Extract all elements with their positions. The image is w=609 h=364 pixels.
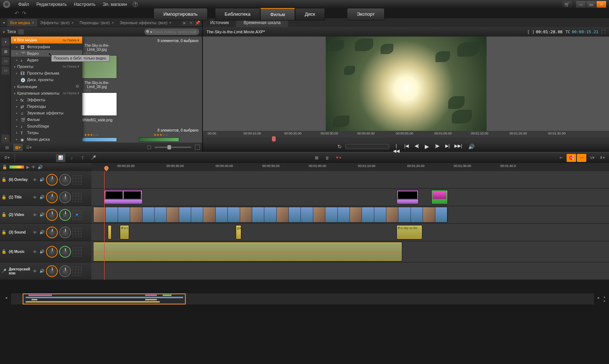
window-minimize-button[interactable]: —: [576, 1, 586, 8]
expand-icon[interactable]: ⛶: [601, 30, 605, 34]
pan-knob[interactable]: [59, 209, 71, 221]
nav-scroll-right[interactable]: ▸: [596, 295, 601, 303]
tab-disc[interactable]: Диск: [295, 8, 325, 20]
volume-knob[interactable]: [46, 209, 58, 221]
lib-tab-effects[interactable]: Эффекты: (все) ×: [37, 19, 77, 27]
pan-knob[interactable]: [59, 265, 71, 277]
redo-button[interactable]: ↷: [22, 10, 29, 17]
lock-icon[interactable]: 🔓: [1, 212, 7, 217]
tree-item-sound-fx[interactable]: ▸♫Звуковые эффекты: [11, 110, 82, 116]
tag-icon[interactable]: [18, 29, 24, 34]
search-icon[interactable]: 🔍▾: [146, 30, 152, 34]
tree-item-photos[interactable]: ▸🖼Фотографии: [11, 43, 82, 50]
close-icon[interactable]: ×: [111, 20, 114, 25]
lock-icon[interactable]: 🔓: [1, 177, 7, 182]
mic-icon[interactable]: 🎤: [1, 269, 7, 273]
insert-mode-button[interactable]: ⬇▾: [597, 154, 607, 162]
menu-setup[interactable]: Настроить: [70, 2, 99, 7]
eye-icon[interactable]: 👁: [33, 230, 38, 235]
tree-item-disc-projects[interactable]: 💿Диск. проекты: [11, 76, 82, 83]
viewer-ruler[interactable]: :00.0000:00:10.0000:00:20.0000:00:30.000…: [203, 131, 609, 137]
sidebar-filter-icon[interactable]: ▦: [1, 48, 10, 56]
mixer-button[interactable]: 📊: [56, 154, 65, 162]
marker-button[interactable]: ▼▾: [334, 154, 343, 162]
tree-header-all-media[interactable]: ▾ Все медиа по Папка ▾: [11, 37, 82, 43]
link-button[interactable]: 〰: [577, 154, 586, 162]
loop-button[interactable]: ↻: [337, 144, 342, 149]
cart-icon[interactable]: 🛒: [562, 1, 572, 8]
sound-clip[interactable]: the-sky-is-the: [397, 225, 422, 239]
chevron-down-icon[interactable]: ▾: [3, 30, 5, 34]
surround-grid[interactable]: [72, 228, 82, 237]
sound-clip[interactable]: the-s: [120, 225, 129, 239]
tree-group-collections[interactable]: ▾Коллекции ⚙: [11, 83, 82, 90]
prev-button[interactable]: |◀: [403, 143, 410, 150]
close-icon[interactable]: ×: [169, 20, 171, 25]
thumb-view-button[interactable]: ▦▾: [13, 144, 23, 151]
scrubber-handle[interactable]: [272, 136, 276, 141]
pan-knob[interactable]: [59, 192, 71, 203]
zoom-in-button[interactable]: ▴: [604, 295, 605, 299]
sound-clip[interactable]: [108, 225, 111, 239]
sound-clip[interactable]: glas: [236, 225, 241, 239]
sound-icon[interactable]: 🔊: [39, 269, 45, 273]
pan-knob[interactable]: [59, 174, 71, 186]
lib-tab-all-media[interactable]: Все медиа ×: [7, 19, 37, 27]
tree-item-disc-menu[interactable]: ▸◉Меню диска: [11, 136, 82, 143]
eye-icon[interactable]: 👁: [33, 178, 38, 182]
mode-button[interactable]: ⇲▾: [587, 154, 597, 162]
gear-icon[interactable]: ⚙: [76, 84, 79, 89]
volume-knob[interactable]: [46, 174, 58, 186]
volume-knob[interactable]: [46, 192, 58, 203]
window-maximize-button[interactable]: ▭: [586, 1, 596, 8]
volume-knob[interactable]: [46, 265, 58, 277]
surround-grid[interactable]: [72, 175, 82, 185]
tree-item-effects[interactable]: ▸fxЭффекты: [11, 96, 82, 103]
music-clip[interactable]: [93, 242, 402, 261]
tree-item-soundstage[interactable]: ▸♪SoundStage: [11, 123, 82, 129]
tab-export[interactable]: Экспорт: [347, 8, 385, 20]
zoom-out-icon[interactable]: [147, 145, 151, 149]
sound-icon[interactable]: 🔊: [39, 230, 45, 235]
sound-icon[interactable]: 🔊: [39, 249, 45, 254]
sound-icon[interactable]: 🔊: [38, 165, 43, 170]
tab-import[interactable]: Импортировать: [154, 8, 208, 20]
voiceover-button[interactable]: 🎤: [89, 154, 98, 162]
title-clip[interactable]: [431, 190, 448, 204]
track-body[interactable]: [91, 262, 609, 280]
track-body[interactable]: [91, 171, 609, 188]
tab-movie[interactable]: Фильм: [260, 8, 295, 20]
video-clip[interactable]: [93, 207, 448, 223]
tree-item-titles[interactable]: ▸TТитры: [11, 129, 82, 136]
tree-item-movie-projects[interactable]: ▸🎞Проекты фильма: [11, 70, 82, 76]
sidebar-item-icon[interactable]: ▭: [1, 57, 10, 65]
sidebar-expand-icon[interactable]: ▾: [1, 134, 10, 143]
search-input[interactable]: [153, 30, 193, 34]
window-close-button[interactable]: ✕: [597, 1, 606, 8]
tab-library[interactable]: Библиотека: [215, 8, 261, 20]
sound-icon[interactable]: 🔊: [39, 195, 45, 200]
eye-icon[interactable]: 👁: [33, 250, 38, 254]
rating-stars[interactable]: ★★★★★: [77, 89, 117, 92]
volume-knob[interactable]: [46, 227, 58, 238]
surround-grid[interactable]: [72, 193, 82, 202]
surround-grid[interactable]: [72, 266, 82, 276]
thumbnail-size-slider[interactable]: [155, 147, 191, 148]
zoom-out-button[interactable]: ▾: [604, 299, 605, 303]
track-body[interactable]: the-s glas the-sky-is-the: [91, 224, 609, 241]
magnet-button[interactable]: 🧲: [567, 154, 576, 162]
pan-knob[interactable]: [59, 246, 71, 258]
lock-icon[interactable]: 🔓: [1, 249, 7, 254]
video-preview[interactable]: [203, 37, 609, 131]
eye-icon[interactable]: 👁: [31, 165, 35, 169]
volume-knob[interactable]: [46, 246, 58, 258]
eye-icon[interactable]: 👁: [33, 195, 38, 200]
pan-knob[interactable]: [59, 227, 71, 238]
scorefitter-button[interactable]: ♪: [67, 154, 76, 162]
title-clip[interactable]: [397, 190, 419, 204]
track-body[interactable]: [91, 189, 609, 206]
surround-grid[interactable]: [72, 210, 82, 220]
lib-tab-prev[interactable]: ◂: [0, 20, 7, 25]
playhead-marker[interactable]: [103, 165, 110, 171]
eye-icon[interactable]: 👁: [33, 213, 38, 217]
